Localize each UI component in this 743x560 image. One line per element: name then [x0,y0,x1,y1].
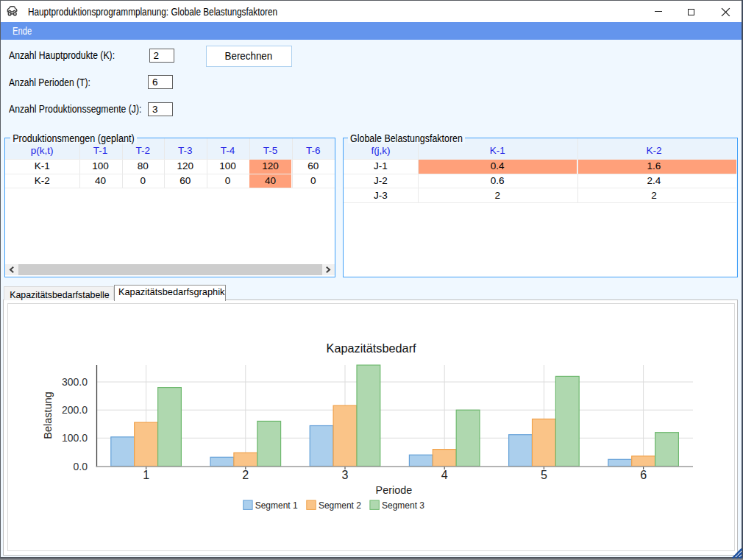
svg-text:200.0: 200.0 [62,404,88,416]
svg-text:1: 1 [143,469,149,481]
svg-text:3: 3 [342,469,349,481]
svg-text:Periode: Periode [376,483,413,496]
svg-text:4: 4 [441,469,448,481]
svg-text:Segment 3: Segment 3 [382,500,424,511]
svg-text:6: 6 [640,469,647,481]
svg-text:Segment 1: Segment 1 [255,500,298,511]
svg-text:100.0: 100.0 [62,432,88,444]
svg-text:300.0: 300.0 [62,376,88,388]
svg-text:Kapazitätsbedarf: Kapazitätsbedarf [327,341,416,355]
svg-text:Segment 2: Segment 2 [319,500,361,511]
svg-text:0.0: 0.0 [74,461,88,472]
svg-text:Belastung: Belastung [43,391,54,439]
svg-text:2: 2 [242,469,249,481]
svg-text:5: 5 [541,469,547,481]
